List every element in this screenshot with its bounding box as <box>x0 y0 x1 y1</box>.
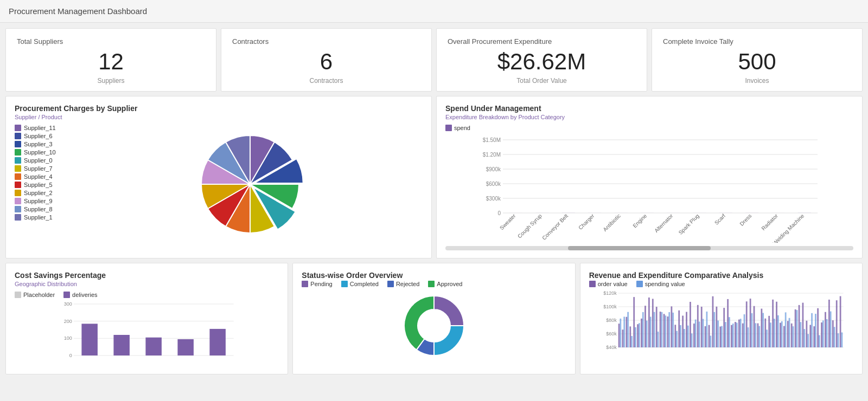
svg-rect-144 <box>809 325 811 347</box>
spend-legend-icon <box>445 125 452 131</box>
revenue-legend-icon <box>636 281 643 287</box>
svg-rect-53 <box>639 323 640 347</box>
svg-rect-47 <box>627 312 629 347</box>
pie-legend-text: Supplier_2 <box>24 190 53 196</box>
svg-rect-157 <box>833 327 835 347</box>
svg-text:0: 0 <box>497 210 501 216</box>
spend-bar-area: 0$300k$600k$900k$1.20M$1.50MSweaterCough… <box>445 134 853 243</box>
svg-rect-161 <box>841 332 843 347</box>
svg-rect-70 <box>671 306 672 347</box>
svg-rect-102 <box>731 325 732 347</box>
svg-text:Charger: Charger <box>577 212 596 231</box>
svg-text:Sweater: Sweater <box>499 212 517 231</box>
pie-chart-card: Procurement Charges by Supplier Supplier… <box>5 96 432 258</box>
svg-rect-59 <box>649 317 651 347</box>
svg-rect-116 <box>757 324 758 347</box>
svg-rect-111 <box>747 327 749 347</box>
svg-text:Engine: Engine <box>631 212 648 229</box>
revenue-legend-label: spending value <box>645 281 685 287</box>
svg-rect-153 <box>826 319 828 347</box>
revenue-card: Revenue and Expenditure Comparative Anal… <box>580 263 863 374</box>
spend-legend-row: spend <box>445 125 853 131</box>
svg-rect-90 <box>708 325 710 347</box>
donut-segment <box>434 326 464 355</box>
svg-rect-55 <box>642 312 644 347</box>
svg-rect-128 <box>780 323 781 347</box>
svg-rect-106 <box>738 320 740 347</box>
svg-text:Dress: Dress <box>738 213 752 227</box>
svg-rect-126 <box>776 302 777 347</box>
svg-rect-139 <box>800 322 801 347</box>
svg-rect-159 <box>837 333 839 347</box>
svg-rect-94 <box>716 307 717 347</box>
pie-chart-svg <box>190 125 310 244</box>
svg-rect-65 <box>661 312 662 347</box>
svg-rect-89 <box>706 312 707 347</box>
svg-rect-133 <box>788 318 790 347</box>
pie-legend-dot <box>15 198 21 204</box>
svg-rect-99 <box>725 322 726 347</box>
order-legend-item: Approved <box>428 281 462 287</box>
pie-legend-text: Supplier_11 <box>24 125 56 131</box>
svg-rect-148 <box>817 308 819 347</box>
pie-chart-title: Procurement Charges by Supplier <box>15 104 423 113</box>
svg-rect-113 <box>751 313 752 347</box>
cost-bar <box>145 338 162 355</box>
svg-rect-48 <box>629 326 631 347</box>
pie-legend-text: Supplier_8 <box>24 206 53 212</box>
svg-rect-86 <box>700 307 702 347</box>
pie-legend-dot <box>15 133 21 139</box>
svg-rect-117 <box>758 326 760 347</box>
svg-rect-103 <box>732 324 734 347</box>
svg-rect-91 <box>710 335 711 347</box>
kpi-value: 6 <box>232 49 420 75</box>
pie-legend-item: Supplier_3 <box>15 141 69 147</box>
svg-text:Antibiotic: Antibiotic <box>602 213 621 232</box>
cost-legend-label: Placeholder <box>23 292 55 298</box>
svg-rect-78 <box>686 312 687 347</box>
cost-bar <box>113 335 130 355</box>
revenue-area: $120k$100k$80k$60k$40k <box>589 290 853 355</box>
spend-chart-title: Spend Under Management <box>445 104 853 113</box>
svg-rect-135 <box>792 326 794 347</box>
pie-legend-item: Supplier_6 <box>15 133 69 139</box>
svg-rect-76 <box>682 316 684 347</box>
spend-bar-svg: 0$300k$600k$900k$1.20M$1.50MSweaterCough… <box>445 134 853 243</box>
order-legend-icon <box>387 281 394 287</box>
spend-scrollbar-thumb[interactable] <box>568 246 711 250</box>
svg-rect-69 <box>668 312 670 347</box>
svg-rect-44 <box>622 329 623 347</box>
svg-text:$600k: $600k <box>486 181 501 187</box>
svg-rect-129 <box>781 321 783 347</box>
svg-rect-131 <box>784 312 786 347</box>
kpi-card-invoice-tally: Complete Invoice Tally 500 Invoices <box>652 28 863 92</box>
kpi-label: Total Suppliers <box>17 37 205 46</box>
svg-rect-66 <box>663 314 665 347</box>
order-legend-icon <box>302 281 308 287</box>
svg-rect-49 <box>631 336 633 347</box>
spend-scrollbar[interactable] <box>445 246 853 250</box>
svg-rect-155 <box>829 312 831 347</box>
svg-rect-95 <box>717 320 719 347</box>
cost-bar <box>177 339 194 355</box>
svg-rect-75 <box>680 325 681 347</box>
pie-legend-item: Supplier_9 <box>15 198 69 204</box>
svg-rect-92 <box>712 296 713 347</box>
svg-text:Scarf: Scarf <box>713 212 726 225</box>
svg-rect-87 <box>702 319 704 347</box>
pie-legend-dot <box>15 141 21 147</box>
pie-legend-text: Supplier_6 <box>24 133 53 139</box>
svg-rect-132 <box>787 321 789 347</box>
svg-rect-100 <box>727 299 729 347</box>
svg-rect-51 <box>635 327 636 347</box>
svg-text:100: 100 <box>64 335 72 341</box>
svg-rect-82 <box>693 324 695 347</box>
svg-rect-123 <box>770 322 771 347</box>
cost-bar <box>209 329 226 355</box>
kpi-label: Complete Invoice Tally <box>663 37 851 46</box>
cost-bar-area: 3002001000 <box>15 301 279 366</box>
svg-text:Conveyor Belt: Conveyor Belt <box>541 212 569 241</box>
svg-rect-101 <box>729 317 730 347</box>
revenue-title: Revenue and Expenditure Comparative Anal… <box>589 271 853 280</box>
svg-rect-52 <box>637 324 639 347</box>
